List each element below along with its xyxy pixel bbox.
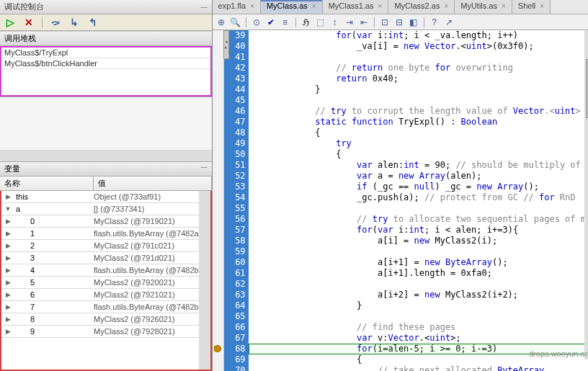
editor-tab[interactable]: MyUtils.as× bbox=[455, 0, 512, 14]
variable-row[interactable]: ▶5MyClass2 (@7920021) bbox=[1, 277, 210, 289]
expand-icon[interactable]: ▶ bbox=[1, 316, 14, 323]
var-value: Object (@733af91) bbox=[91, 192, 210, 201]
help-icon[interactable]: ? bbox=[429, 17, 440, 28]
expand-icon[interactable]: ▼ bbox=[1, 205, 14, 213]
debug-toolbar: ▷ ✕ ⤼ ↳ ↰ bbox=[0, 14, 212, 31]
expand-icon[interactable]: ▶ bbox=[1, 303, 14, 310]
var-value: MyClass2 (@7920021) bbox=[91, 278, 210, 287]
variable-row[interactable]: ▶2MyClass2 (@791c021) bbox=[1, 240, 210, 252]
callstack-title: 调用堆栈 bbox=[4, 34, 36, 43]
var-value: flash.utils.ByteArray (@7482b31) bbox=[91, 266, 210, 274]
editor-tab[interactable]: MyClass2.as× bbox=[388, 0, 455, 14]
editor-tabs: exp1.fla×MyClass.as×MyClass1.as×MyClass2… bbox=[213, 0, 588, 14]
column-value[interactable]: 值 bbox=[94, 176, 212, 190]
expand-icon[interactable]: ▶ bbox=[1, 267, 14, 274]
variables-columns: 名称 值 bbox=[0, 176, 212, 191]
splitter-handle[interactable]: ◂▸ bbox=[223, 30, 229, 59]
hint-icon[interactable]: ℌ bbox=[300, 17, 312, 28]
var-name: 0 bbox=[14, 217, 91, 225]
close-icon[interactable]: × bbox=[312, 2, 316, 10]
minimize-icon[interactable]: — bbox=[201, 4, 208, 11]
code-editor[interactable]: for(var i:int; i < _va.length; i++) _va[… bbox=[249, 30, 588, 371]
var-name: 1 bbox=[14, 229, 91, 238]
uncomment-icon[interactable]: ⊟ bbox=[393, 17, 405, 28]
variables-header: 变量 — bbox=[0, 161, 212, 176]
expand-icon[interactable]: ▶ bbox=[1, 193, 14, 200]
expand-icon[interactable]: ▶ bbox=[1, 218, 14, 225]
var-name: this bbox=[14, 192, 91, 201]
var-name: 9 bbox=[14, 327, 91, 336]
variable-row[interactable]: ▶0MyClass2 (@7919021) bbox=[1, 215, 210, 228]
collapse-icon[interactable]: ↕ bbox=[329, 17, 341, 28]
var-value: MyClass2 (@791d021) bbox=[91, 254, 210, 262]
variable-row[interactable]: ▶1flash.utils.ByteArray (@7482ad9) bbox=[1, 228, 210, 240]
editor-tab[interactable]: Shell× bbox=[512, 0, 551, 14]
scrollbar-vertical[interactable] bbox=[199, 191, 210, 370]
find-icon[interactable]: 🔍 bbox=[230, 17, 241, 28]
right-panel: exp1.fla×MyClass.as×MyClass1.as×MyClass2… bbox=[213, 0, 588, 371]
var-value: flash.utils.ByteArray (@7482ad9) bbox=[91, 229, 210, 238]
var-value: MyClass2 (@7926021) bbox=[91, 315, 210, 323]
target-icon[interactable]: ⊙ bbox=[251, 17, 262, 28]
variable-row[interactable]: ▶3MyClass2 (@791d021) bbox=[1, 252, 210, 264]
stop-icon[interactable]: ✕ bbox=[23, 17, 35, 28]
close-icon[interactable]: × bbox=[250, 2, 254, 10]
step-in-icon[interactable]: ↳ bbox=[68, 17, 80, 28]
variable-row[interactable]: ▶thisObject (@733af91) bbox=[1, 191, 210, 203]
check-icon[interactable]: ✔ bbox=[265, 17, 277, 28]
editor-tab[interactable]: exp1.fla× bbox=[213, 0, 261, 14]
var-value: [] (@7337341) bbox=[91, 205, 210, 213]
var-name: 3 bbox=[14, 254, 91, 262]
step-over-icon[interactable]: ⤼ bbox=[50, 17, 61, 28]
variable-row[interactable]: ▼a[] (@7337341) bbox=[1, 203, 210, 215]
separator bbox=[295, 17, 296, 27]
variable-row[interactable]: ▶9MyClass2 (@7928021) bbox=[1, 326, 210, 338]
callstack-row[interactable]: MyClass$/TryExpl bbox=[1, 48, 210, 58]
bookmark-icon[interactable]: ◧ bbox=[408, 17, 419, 28]
minimize-icon[interactable]: — bbox=[201, 164, 208, 174]
callstack-body: MyClass$/TryExpl MyClass$/btnClickHandle… bbox=[0, 46, 212, 97]
variable-row[interactable]: ▶8MyClass2 (@7926021) bbox=[1, 313, 210, 326]
var-name: 2 bbox=[14, 241, 91, 250]
close-icon[interactable]: × bbox=[502, 2, 506, 10]
variables-title: 变量 bbox=[4, 164, 20, 174]
editor-toolbar: ⊕ 🔍 ⊙ ✔ ≡ ℌ ⬚ ↕ ⇥ ⇤ ⊡ ⊟ ◧ ? ↗ bbox=[213, 14, 588, 30]
breakpoint-gutter[interactable] bbox=[213, 30, 224, 371]
outward-icon[interactable]: ⇤ bbox=[358, 17, 370, 28]
continue-icon[interactable]: ▷ bbox=[4, 17, 16, 28]
var-value: flash.utils.ByteArray (@7482b89) bbox=[91, 303, 210, 311]
var-name: a bbox=[14, 205, 91, 213]
var-name: 4 bbox=[14, 266, 91, 274]
close-icon[interactable]: × bbox=[444, 2, 448, 10]
expand-icon[interactable]: ▶ bbox=[1, 328, 14, 335]
editor-tab[interactable]: MyClass.as× bbox=[261, 0, 323, 14]
editor-tab[interactable]: MyClass1.as× bbox=[323, 0, 389, 14]
var-name: 6 bbox=[14, 290, 91, 299]
add-icon[interactable]: ⊕ bbox=[215, 17, 227, 28]
column-name[interactable]: 名称 bbox=[0, 176, 94, 190]
format-icon[interactable]: ≡ bbox=[280, 17, 291, 28]
expand-icon[interactable]: ▶ bbox=[1, 279, 14, 286]
expand-icon[interactable]: ▶ bbox=[1, 230, 14, 237]
separator bbox=[246, 17, 246, 27]
snippet-icon[interactable]: ⬚ bbox=[315, 17, 326, 28]
variable-row[interactable]: ▶7flash.utils.ByteArray (@7482b89) bbox=[1, 301, 210, 313]
callstack-row[interactable]: MyClass$/btnClickHandler bbox=[1, 58, 210, 69]
var-name: 7 bbox=[14, 303, 91, 311]
close-icon[interactable]: × bbox=[540, 2, 544, 10]
variables-body: ▶thisObject (@733af91)▼a[] (@7337341)▶0M… bbox=[0, 191, 212, 371]
left-panel: 调试控制台 — ▷ ✕ ⤼ ↳ ↰ 调用堆栈 MyClass$/TryExpl … bbox=[0, 0, 213, 371]
var-value: MyClass2 (@7928021) bbox=[91, 327, 210, 336]
expand-icon[interactable]: ▶ bbox=[1, 254, 14, 262]
inward-icon[interactable]: ⇥ bbox=[344, 17, 355, 28]
comment-icon[interactable]: ⊡ bbox=[379, 17, 391, 28]
export-icon[interactable]: ↗ bbox=[443, 17, 455, 28]
expand-icon[interactable]: ▶ bbox=[1, 242, 14, 249]
line-number-gutter: 3940414243444546474849505152535455565758… bbox=[224, 30, 249, 371]
variable-row[interactable]: ▶4flash.utils.ByteArray (@7482b31) bbox=[1, 264, 210, 277]
variable-row[interactable]: ▶6MyClass2 (@7921021) bbox=[1, 289, 210, 301]
step-out-icon[interactable]: ↰ bbox=[87, 17, 99, 28]
expand-icon[interactable]: ▶ bbox=[1, 291, 14, 298]
scrollbar-vertical[interactable] bbox=[584, 30, 588, 359]
close-icon[interactable]: × bbox=[378, 2, 383, 10]
